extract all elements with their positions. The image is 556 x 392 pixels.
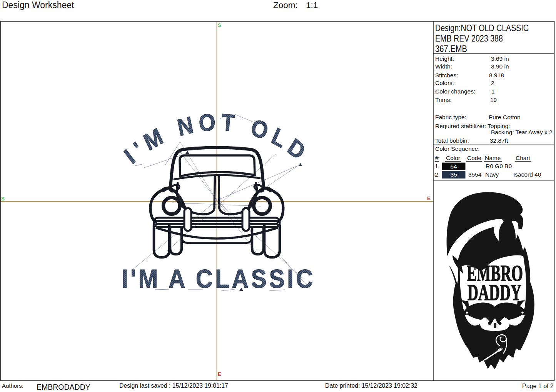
svg-text:Topping:: Topping:: [488, 123, 510, 129]
svg-text:3554: 3554: [468, 171, 482, 178]
svg-text:367.EMB: 367.EMB: [435, 43, 467, 54]
svg-text:3.69 in: 3.69 in: [491, 55, 509, 62]
svg-text:32.87ft: 32.87ft: [490, 137, 508, 144]
svg-text:64: 64: [450, 163, 457, 170]
svg-text:Date printed: 15/12/2023 19:02: Date printed: 15/12/2023 19:02:32: [325, 382, 417, 389]
svg-text:Navy: Navy: [485, 171, 499, 178]
svg-text:2.: 2.: [435, 171, 440, 178]
svg-text:#: #: [435, 155, 439, 161]
svg-text:19: 19: [490, 97, 497, 103]
svg-text:EMBRODADDY: EMBRODADDY: [37, 383, 90, 391]
svg-text:Stitches:: Stitches:: [435, 72, 458, 78]
svg-text:Design Worksheet: Design Worksheet: [2, 0, 74, 10]
svg-text:2: 2: [491, 80, 494, 86]
svg-text:1: 1: [491, 88, 495, 95]
svg-text:DADDY: DADDY: [468, 280, 521, 305]
svg-text:Color Sequence:: Color Sequence:: [435, 145, 479, 152]
svg-text:Authors:: Authors:: [2, 382, 23, 389]
svg-text:1.: 1.: [435, 163, 440, 169]
svg-text:8.918: 8.918: [489, 72, 504, 78]
svg-text:Page 1 of 2: Page 1 of 2: [522, 383, 554, 389]
svg-text:R0 G0 B0: R0 G0 B0: [486, 163, 512, 169]
svg-text:E: E: [427, 195, 431, 201]
svg-text:35: 35: [450, 171, 457, 178]
svg-text:Code: Code: [467, 155, 481, 161]
svg-text:Design:NOT OLD CLASSIC: Design:NOT OLD CLASSIC: [435, 23, 529, 33]
svg-text:Color: Color: [446, 155, 460, 161]
svg-text:Width:: Width:: [435, 63, 452, 70]
svg-text:Design last saved : 15/12/2023: Design last saved : 15/12/2023 19:01:17: [119, 382, 228, 389]
svg-text:Pure Cotton: Pure Cotton: [489, 114, 521, 120]
svg-text:Name: Name: [485, 155, 501, 161]
svg-text:E: E: [218, 371, 221, 377]
svg-text:Colors:: Colors:: [435, 80, 454, 86]
svg-text:EMB REV 2023 388: EMB REV 2023 388: [435, 33, 503, 43]
svg-text:S: S: [1, 196, 5, 202]
svg-text:I'M NOT OLD: I'M NOT OLD: [120, 108, 310, 169]
svg-text:Zoom:: Zoom:: [273, 0, 298, 10]
svg-text:Isacord 40: Isacord 40: [513, 171, 541, 178]
svg-text:Chart: Chart: [516, 155, 531, 161]
svg-text:Trims:: Trims:: [435, 97, 451, 103]
svg-text:Fabric type:: Fabric type:: [435, 114, 466, 120]
svg-text:3.90 in: 3.90 in: [491, 63, 509, 70]
svg-text:I'M A CLASSIC: I'M A CLASSIC: [122, 264, 313, 294]
svg-text:Required stabilizer:: Required stabilizer:: [435, 123, 486, 129]
svg-text:S: S: [218, 22, 221, 28]
svg-text:Height:: Height:: [435, 55, 454, 62]
svg-text:Color changes:: Color changes:: [435, 88, 475, 95]
svg-text:Total bobbin:: Total bobbin:: [435, 137, 469, 144]
svg-text:Backing: Tear Away x 2: Backing: Tear Away x 2: [491, 129, 553, 135]
svg-text:1:1: 1:1: [306, 0, 318, 10]
